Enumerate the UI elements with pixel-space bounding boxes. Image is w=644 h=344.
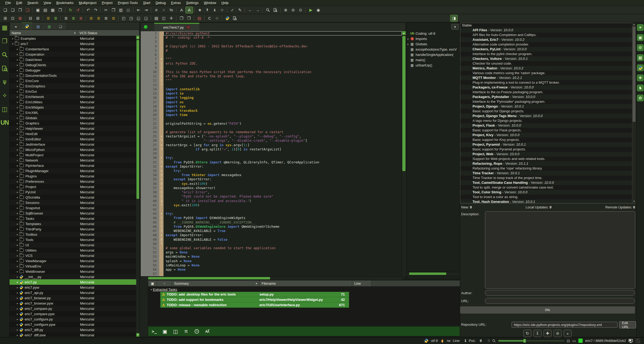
menu-bookmarks[interactable]: Bookmarks bbox=[54, 1, 76, 5]
tree-row-EricGraphics[interactable]: ▸EricGraphicsMercurial bbox=[10, 83, 136, 89]
python-browser-tab-icon[interactable] bbox=[22, 23, 32, 30]
plugin-item-Packagers, PyInstaller[interactable]: Packagers, PyInstaller - Version: 10.0.0 bbox=[460, 95, 635, 99]
zoom-slider-thumb[interactable] bbox=[523, 339, 526, 343]
tree-row-SqlBrowser[interactable]: ▸SqlBrowserMercurial bbox=[10, 211, 136, 216]
search-icon[interactable] bbox=[264, 7, 271, 13]
collapsed-icon[interactable]: ▸ bbox=[16, 101, 19, 104]
tree-row-__init__.py[interactable]: ▸__init__.pyMercurial bbox=[10, 274, 136, 279]
tree-row-UI[interactable]: ▸UIMercurial bbox=[10, 242, 136, 248]
menu-start[interactable]: Start bbox=[140, 1, 153, 5]
tree-row-EricWidgets[interactable]: ▸EricWidgetsMercurial bbox=[10, 105, 136, 110]
collapsed-icon[interactable]: ▸ bbox=[16, 85, 19, 88]
collapsed-icon[interactable]: ▸ bbox=[16, 117, 19, 119]
collapsed-icon[interactable]: ▸ bbox=[16, 127, 19, 130]
collapsed-icon[interactable]: ▸ bbox=[16, 154, 19, 157]
close-file-icon[interactable]: ❏ bbox=[24, 7, 31, 13]
task-row[interactable]: ⚠TODO: add .desktop files for the eric t… bbox=[160, 292, 349, 297]
project-save-icon[interactable]: ⊟ bbox=[27, 15, 34, 21]
collapsed-icon[interactable]: ▸ bbox=[16, 212, 19, 215]
collapsed-icon[interactable]: ▸ bbox=[16, 286, 19, 289]
collapsed-icon[interactable]: ▸ bbox=[16, 48, 19, 51]
collapsed-icon[interactable]: ▸ bbox=[16, 270, 19, 273]
tree-row-eric7_compare.py[interactable]: ▸eric7_compare.pyMercurial bbox=[10, 306, 136, 311]
vcs-diff-icon[interactable]: ≣ bbox=[88, 15, 95, 21]
tree-row-PluginManager[interactable]: ▸PluginManagerMercurial bbox=[10, 168, 136, 173]
split-vertical-icon[interactable]: ❒ bbox=[186, 15, 192, 21]
plugin-item-Assistant, Eric7[interactable]: Assistant, Eric7 - Version: 10.0.2 bbox=[460, 37, 635, 42]
reload-icon[interactable]: ↻ bbox=[67, 7, 74, 13]
collapsed-icon[interactable]: ▸ bbox=[16, 111, 19, 114]
copy-icon[interactable]: ❐ bbox=[110, 7, 117, 13]
collapsed-icon[interactable]: ▸ bbox=[16, 222, 19, 225]
outline-item[interactable]: ▦handleSingleApplication( bbox=[407, 52, 460, 57]
fold-marker[interactable]: ▾ bbox=[159, 156, 164, 160]
collapsed-icon[interactable]: ▸ bbox=[16, 69, 19, 72]
multiproject-viewer-icon[interactable]: ▦ bbox=[2, 25, 8, 31]
outline-item[interactable]: ▦uiStartUp() bbox=[407, 62, 460, 68]
editor-tab-eric7-py[interactable]: eric7/eric7.py ✕ bbox=[154, 23, 199, 31]
spellcheck-icon[interactable]: ✓ bbox=[229, 7, 236, 13]
file-tab-icon[interactable]: ❏ bbox=[55, 23, 66, 30]
tree-row-Globals[interactable]: ▸GlobalsMercurial bbox=[10, 115, 136, 120]
plugin-item-Tool, Hash Generation[interactable]: Tool, Hash Generation - Version: 10.0.1 bbox=[460, 199, 635, 203]
snapshot-icon[interactable]: ▣ bbox=[637, 34, 644, 41]
expanded-icon[interactable]: ▾ bbox=[11, 42, 14, 45]
cut-icon[interactable]: ✂ bbox=[103, 7, 109, 13]
collapsed-icon[interactable]: ▸ bbox=[16, 64, 19, 66]
window-restore-icon[interactable]: ◲ bbox=[143, 15, 149, 21]
plugin-item-Tool, Color String[interactable]: Tool, Color String - Version: 10.0.0 bbox=[460, 190, 635, 195]
collapsed-icon[interactable]: ▸ bbox=[16, 79, 19, 82]
fold-marker[interactable]: ▾ bbox=[159, 134, 164, 139]
autocomplete-icon[interactable]: A bbox=[178, 7, 185, 13]
zoom-reset-icon[interactable]: ⊙ bbox=[297, 7, 304, 13]
window-bottom-icon[interactable]: ◱ bbox=[135, 15, 142, 21]
tasks-col-summary[interactable]: Summary▾ bbox=[172, 280, 259, 286]
tree-row-EricUtilities[interactable]: ▸EricUtilitiesMercurial bbox=[10, 99, 136, 105]
calltip-icon[interactable]: A bbox=[186, 7, 193, 14]
tree-row-WebBrowser[interactable]: ▸WebBrowserMercurial bbox=[10, 269, 136, 274]
remove-split-icon[interactable]: ▤ bbox=[196, 15, 203, 21]
collapsed-icon[interactable]: ▸ bbox=[16, 281, 19, 284]
menu-file[interactable]: File bbox=[3, 1, 14, 5]
plugin-item-Project, Django Tags Menu[interactable]: Project, Django Tags Menu - Version: 10.… bbox=[460, 114, 635, 118]
outline-item[interactable]: ▸▦Globals bbox=[407, 41, 460, 47]
monitor-icon[interactable] bbox=[628, 338, 633, 343]
collapsed-icon[interactable]: ▸ bbox=[16, 175, 19, 178]
menu-window[interactable]: Window bbox=[201, 1, 219, 5]
tree-row-Tasks[interactable]: ▸TasksMercurial bbox=[10, 216, 136, 221]
save-all-icon[interactable]: ▦ bbox=[49, 7, 56, 13]
menu-extras[interactable]: Extras bbox=[168, 1, 183, 5]
collapsed-icon[interactable]: ▸ bbox=[16, 106, 19, 109]
tree-row-Sessions[interactable]: ▸SessionsMercurial bbox=[10, 200, 136, 205]
tree-row-eric7_browser.pyw[interactable]: ▸eric7_browser.pywMercurial bbox=[10, 301, 136, 306]
tree-row-PipInterface[interactable]: ▸PipInterfaceMercurial bbox=[10, 163, 136, 168]
tree-row-QScintilla[interactable]: ▸QScintillaMercurial bbox=[10, 195, 136, 200]
viewmanager-icon[interactable]: ◫ bbox=[2, 106, 8, 112]
collapsed-icon[interactable]: ▸ bbox=[16, 169, 19, 172]
tree-row-Project[interactable]: ▸ProjectMercurial bbox=[10, 184, 136, 189]
collapsed-icon[interactable]: ▸ bbox=[16, 164, 19, 167]
tree-row-eric7.pyw[interactable]: ▸eric7.pywMercurial bbox=[10, 285, 136, 290]
tree-row-PyUnit[interactable]: ▸PyUnitMercurial bbox=[10, 189, 136, 195]
new-window-icon[interactable]: ❑ bbox=[2, 7, 9, 13]
profile-icon[interactable]: ◉ bbox=[315, 7, 322, 13]
tree-header-name[interactable]: Name ▾ bbox=[10, 30, 77, 36]
menu-settings[interactable]: Settings bbox=[183, 1, 201, 5]
tasks-group-row[interactable]: ▾ Extracted Tasks bbox=[148, 287, 460, 292]
plugin-item-Time Tracker[interactable]: Time Tracker - Version: 10.0.1 bbox=[460, 171, 635, 176]
split-horizontal-icon[interactable]: ❐ bbox=[178, 15, 185, 21]
fold-marker[interactable]: ▾ bbox=[159, 143, 164, 147]
plugin-item-Checkers, Vulture[interactable]: Checkers, Vulture - Version: 10.0.1 bbox=[460, 56, 635, 61]
find-file-icon[interactable] bbox=[231, 15, 238, 21]
remove-icon[interactable]: ⊖ bbox=[214, 15, 220, 21]
run-icon[interactable]: ▶ bbox=[307, 7, 314, 13]
task-list-icon[interactable]: ▣ bbox=[162, 328, 168, 334]
menu-edit[interactable]: Edit bbox=[14, 1, 25, 5]
collapsed-icon[interactable]: ▸ bbox=[16, 53, 19, 56]
menu-debug[interactable]: Debug bbox=[153, 1, 168, 5]
collapsed-icon[interactable]: ▸ bbox=[16, 265, 19, 268]
outline-item[interactable]: ▦main() bbox=[407, 57, 460, 62]
plugin-item-MQTT Monitor[interactable]: MQTT Monitor - Version: 10.2.1 bbox=[460, 75, 635, 80]
stream-comment-icon[interactable]: % bbox=[168, 7, 175, 13]
calendar-icon[interactable]: ▦ bbox=[637, 54, 644, 61]
